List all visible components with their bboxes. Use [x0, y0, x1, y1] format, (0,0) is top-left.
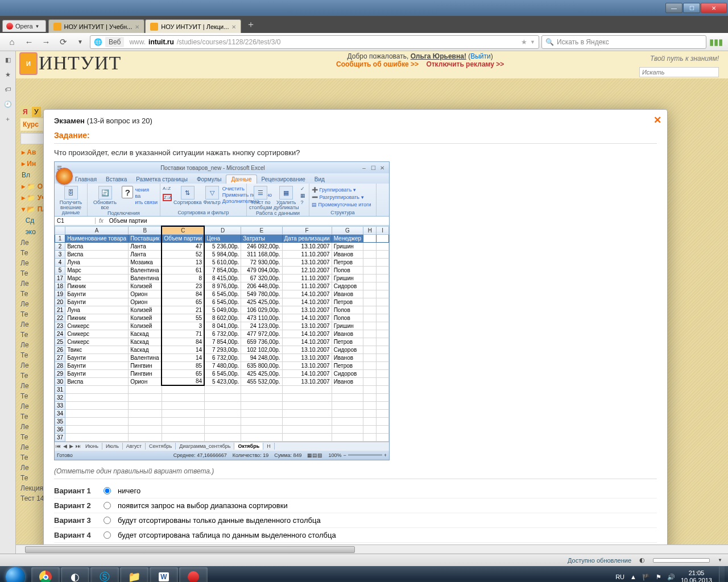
status-icon[interactable]: ▮▮▮ — [709, 35, 723, 49]
edit-links-link[interactable]: ить связи — [135, 199, 158, 205]
table-row[interactable]: 26ТвиксКаскад147 293,00р.102 102,00р.13.… — [55, 346, 389, 354]
window-maximize-button[interactable]: ☐ — [683, 3, 700, 13]
column-headers[interactable]: AB C DE FG HI — [55, 226, 389, 234]
sheet-tab[interactable]: Июнь — [82, 443, 102, 450]
ungroup-link[interactable]: Разгруппировать — [320, 194, 360, 200]
modal-close-button[interactable]: ✕ — [653, 114, 661, 126]
panel-icon[interactable]: ★ — [3, 69, 13, 80]
answer-option-4[interactable]: Вариант 4будет отсортирована таблица по … — [54, 528, 657, 543]
table-row[interactable]: 19БаунтиОрион846 545,00р.549 780,00р.14.… — [55, 290, 389, 298]
tray-flag-icon[interactable]: 🏴 — [642, 573, 650, 581]
side-av[interactable]: Ав — [27, 148, 36, 156]
fx-icon[interactable]: fx — [96, 218, 107, 224]
answer-radio-1[interactable] — [104, 487, 111, 494]
data-tool-icon[interactable]: ▦ — [300, 193, 308, 199]
ribbon-tab-formulas[interactable]: Формулы — [192, 175, 226, 184]
site-search[interactable] — [639, 67, 719, 77]
tray-clock[interactable]: 21:05 10.06.2013 — [681, 569, 712, 582]
site-search-input[interactable] — [639, 67, 719, 77]
sheet-tabs[interactable]: ⏮◀▶⏭ ИюньИюльАвгустСентябрьДиаграмма_сен… — [55, 442, 389, 451]
start-button[interactable] — [0, 566, 31, 582]
answer-radio-3[interactable] — [104, 517, 111, 524]
taskbar-item-opera[interactable] — [179, 567, 208, 582]
connections-link[interactable]: чения — [135, 187, 158, 193]
data-tool-icon[interactable]: ✓ — [300, 186, 308, 192]
new-tab-button[interactable]: ＋ — [242, 16, 260, 33]
bookmark-star-icon[interactable]: ★ — [521, 38, 527, 46]
taskbar-item-app[interactable]: ◐ — [61, 567, 89, 582]
ribbon-tab-review[interactable]: Рецензирование — [257, 175, 310, 184]
taskbar-item-word[interactable]: W — [150, 567, 178, 582]
table-row[interactable]: 3ВиспаЛанта525 984,00р.311 168,00р.11.10… — [55, 250, 389, 258]
page-horizontal-scrollbar[interactable] — [16, 544, 728, 554]
table-row[interactable]: 34 — [55, 409, 389, 417]
tab-1[interactable]: НОУ ИНТУИТ | Учебн... ✕ — [48, 19, 145, 33]
ribbon-tab-insert[interactable]: Вставка — [101, 175, 131, 184]
sheet-tab[interactable]: Сентябрь — [146, 443, 176, 450]
excel-max[interactable]: ☐ — [369, 165, 378, 171]
excel-close[interactable]: ✕ — [378, 165, 387, 171]
sort-button[interactable]: ⇅Сортировка — [173, 186, 201, 205]
side-sd[interactable]: Сд — [26, 217, 35, 225]
table-row[interactable]: 31 — [55, 385, 389, 393]
report-error-link[interactable]: Сообщить об ошибке >> — [336, 60, 419, 68]
spreadsheet-grid[interactable]: AB C DE FG HI 1 Наименование товараПоста… — [55, 226, 389, 442]
disable-ads-link[interactable]: Отключить рекламу >> — [426, 60, 504, 68]
excel-min[interactable]: – — [359, 165, 369, 171]
table-row[interactable]: 5МарсВалентина617 854,00р.479 094,00р.12… — [55, 266, 389, 274]
table-row[interactable]: 25СникерсКаскад847 854,00р.659 736,00р.1… — [55, 338, 389, 346]
formula-value[interactable]: Объем партии — [107, 218, 389, 224]
tray-arrow-icon[interactable]: ▲ — [630, 573, 636, 580]
sheet-tab[interactable]: Октябрь — [234, 443, 263, 450]
taskbar-item-skype[interactable]: Ⓢ — [90, 567, 119, 582]
panel-icon[interactable]: 🏷 — [3, 84, 13, 94]
table-row[interactable]: 4ЛунаМозаика135 610,00р.72 930,00р.13.10… — [55, 258, 389, 266]
side-in[interactable]: Ин — [27, 160, 36, 168]
table-row[interactable]: 28БаунтиПингвин857 480,00р.635 800,00р.1… — [55, 361, 389, 369]
table-row[interactable]: 36 — [55, 425, 389, 433]
taskbar-item-chrome[interactable] — [31, 567, 60, 582]
search-bar[interactable]: 🔍 Искать в Яндекс — [541, 35, 706, 49]
window-close-button[interactable]: ✕ — [701, 3, 727, 13]
subtotals-link[interactable]: Промежуточные итоги — [318, 202, 371, 207]
tray-network-icon[interactable]: ⚑ — [656, 573, 661, 581]
table-row[interactable]: 22ПикникКолизей558 602,00р.473 110,00р.1… — [55, 314, 389, 322]
ribbon-tab-layout[interactable]: Разметка страницы — [131, 175, 192, 184]
window-minimize-button[interactable]: — — [665, 3, 682, 13]
logout-link[interactable]: Выйти — [470, 52, 491, 60]
tray-lang[interactable]: RU — [615, 573, 624, 580]
answer-radio-4[interactable] — [104, 531, 111, 539]
group-link[interactable]: Группировать — [320, 187, 352, 193]
tab-1-close[interactable]: ✕ — [135, 24, 139, 30]
refresh-all-button[interactable]: 🔄Обновить все — [90, 186, 120, 210]
side-eko[interactable]: эко — [26, 228, 36, 236]
data-tool-icon[interactable]: ? — [300, 199, 308, 206]
answer-option-3[interactable]: Вариант 3будут отсортированы только данн… — [54, 513, 657, 528]
panel-icon[interactable]: 🕘 — [3, 99, 13, 109]
table-row[interactable]: 33 — [55, 401, 389, 409]
tab-2-close[interactable]: ✕ — [231, 24, 236, 30]
text-to-columns-button[interactable]: ☰Текст по столбцам — [249, 186, 272, 210]
side-o[interactable]: О — [38, 182, 43, 190]
table-row[interactable]: 30ВиспаОрион845 423,00р.455 532,00р.13.1… — [55, 377, 389, 385]
sheet-tab[interactable]: Н — [263, 443, 275, 450]
table-row[interactable]: 18ПикникКолизей238 976,00р.206 448,00р.1… — [55, 282, 389, 290]
answer-radio-2[interactable] — [104, 502, 111, 509]
name-box[interactable]: C1 — [55, 218, 96, 224]
answer-option-1[interactable]: Вариант 1ничего — [54, 484, 657, 498]
table-row[interactable]: 2ВиспаЛанта475 236,00р.246 092,00р.13.10… — [55, 242, 389, 250]
table-row[interactable]: 35 — [55, 417, 389, 425]
get-external-data-button[interactable]: 🗄Получить внешние данные — [57, 186, 85, 215]
forward-button[interactable]: → — [39, 35, 53, 49]
sort-desc-icon[interactable]: Z↓A — [163, 194, 172, 201]
ribbon-tab-view[interactable]: Вид — [310, 175, 329, 184]
welcome-name[interactable]: Ольга Юрьевна! — [411, 52, 466, 60]
table-row[interactable]: 17МарсВалентина88 415,00р.67 320,00р.11.… — [55, 274, 389, 282]
scrollbar-thumb[interactable] — [25, 546, 355, 553]
address-bar[interactable]: 🌐 Веб www.intuit.ru/studies/courses/1128… — [90, 35, 539, 49]
taskbar-item-explorer[interactable]: 📁 — [120, 567, 148, 582]
sort-asc-icon[interactable]: A↓Z — [163, 186, 172, 193]
sheet-tab[interactable]: Июль — [102, 443, 123, 450]
table-row[interactable]: 20БаунтиОрион656 545,00р.425 425,00р.14.… — [55, 298, 389, 306]
reload-button[interactable]: ⟳ — [56, 35, 71, 49]
